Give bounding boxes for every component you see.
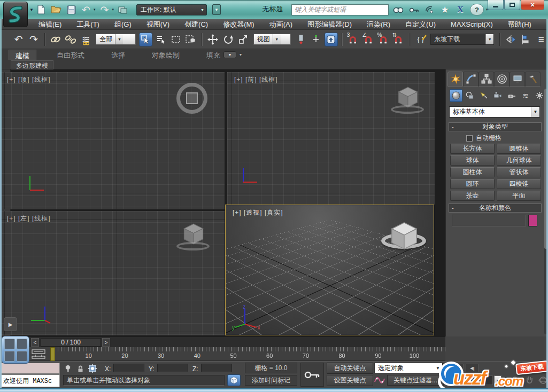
rectangular-selection-region-icon[interactable] xyxy=(169,33,182,46)
spinner-snap-toggle-icon[interactable]: ⇅ xyxy=(392,33,405,46)
toolbar-flyout-button[interactable]: ▼ xyxy=(212,4,221,15)
viewport-left[interactable]: [+] [左] [线框] xyxy=(0,211,225,335)
help-button[interactable]: ? xyxy=(470,4,484,15)
geometry-category-icon[interactable] xyxy=(450,89,462,102)
object-name-input[interactable] xyxy=(452,215,526,226)
motion-tab-icon[interactable] xyxy=(494,72,510,87)
select-and-rotate-icon[interactable] xyxy=(221,33,235,46)
maxscript-mini-listener[interactable]: 欢迎使用 MAXSc xyxy=(1,374,60,387)
select-and-link-icon[interactable] xyxy=(49,33,63,46)
viewport-top[interactable]: [+] [顶] [线框] xyxy=(0,72,225,209)
next-frame-button[interactable]: > xyxy=(102,338,110,347)
angle-snap-toggle-icon[interactable]: ∠ xyxy=(361,33,375,46)
viewport-perspective-active[interactable]: [+] [透视] [真实] z x y xyxy=(225,205,434,335)
ribbon-display-toggle-button[interactable]: ▼ xyxy=(223,51,236,58)
menu-item-1[interactable]: 工具(T) xyxy=(69,19,107,30)
undo-icon[interactable]: ↶ xyxy=(12,33,25,46)
object-type-button-5[interactable]: 管状体 xyxy=(497,167,541,177)
select-by-name-icon[interactable] xyxy=(154,33,167,46)
ribbon-panel-polymodeling[interactable]: 多边形建模 xyxy=(11,60,53,69)
menu-item-6[interactable]: 动画(A) xyxy=(262,19,300,30)
viewport-front[interactable]: [+] [前] [线框] xyxy=(227,72,435,205)
menu-item-2[interactable]: 组(G) xyxy=(107,19,139,30)
select-object-button[interactable] xyxy=(139,33,152,46)
menu-item-5[interactable]: 修改器(M) xyxy=(215,19,262,30)
selection-lock-icon[interactable] xyxy=(75,364,85,373)
key-mode-toggle-icon[interactable] xyxy=(374,375,385,385)
window-crossing-toggle-icon[interactable] xyxy=(184,33,198,46)
exchange-apps-icon[interactable]: X xyxy=(454,4,466,15)
autogrid-checkbox[interactable] xyxy=(466,135,473,142)
set-key-button[interactable]: 设置关键点 xyxy=(327,375,373,386)
redo-icon[interactable]: ↷ xyxy=(99,4,111,15)
percent-snap-toggle-icon[interactable]: % xyxy=(376,33,390,46)
object-type-button-9[interactable]: 平面 xyxy=(497,191,541,201)
redo-icon[interactable]: ↷ xyxy=(27,33,40,46)
object-type-rollout-header[interactable]: - 对象类型 xyxy=(449,122,542,131)
minimize-button[interactable] xyxy=(488,0,504,10)
menu-item-0[interactable]: 编辑(E) xyxy=(31,19,69,30)
y-coordinate-field[interactable] xyxy=(157,364,188,372)
viewport-left-label[interactable]: [+] [左] [线框] xyxy=(7,214,51,223)
add-time-tag[interactable]: 添加时间标记 xyxy=(245,375,297,386)
viewcube[interactable] xyxy=(389,221,420,252)
viewcube-top-view[interactable] xyxy=(176,83,207,114)
application-menu-caret-icon[interactable]: ▼ xyxy=(29,7,34,12)
absolute-offset-toggle-icon[interactable] xyxy=(88,364,97,373)
search-input[interactable] xyxy=(291,4,389,15)
x-coordinate-field[interactable] xyxy=(113,364,144,372)
bind-to-space-warp-icon[interactable]: ≋ xyxy=(79,33,92,46)
snap-toggle-3d-icon[interactable]: 3 xyxy=(346,33,360,46)
previous-frame-button[interactable]: < xyxy=(31,338,39,347)
close-button[interactable]: × xyxy=(521,0,544,10)
menu-item-8[interactable]: 渲染(R) xyxy=(359,19,398,30)
reference-coordinate-dropdown[interactable]: 视图 ▼ xyxy=(253,34,291,45)
viewport-perspective-label[interactable]: [+] [透视] [真实] xyxy=(233,208,283,217)
object-color-swatch[interactable] xyxy=(528,215,537,226)
object-type-button-1[interactable]: 圆锥体 xyxy=(497,144,541,154)
object-type-button-7[interactable]: 四棱锥 xyxy=(497,179,541,189)
favorites-star-icon[interactable]: ★ xyxy=(439,4,451,15)
hierarchy-tab-icon[interactable] xyxy=(478,72,494,87)
viewport-layout-button[interactable] xyxy=(2,336,29,364)
keyboard-shortcut-override-button[interactable] xyxy=(325,33,338,46)
track-bar[interactable]: 0102030405060708090100 xyxy=(0,347,445,361)
mirror-icon[interactable] xyxy=(504,33,518,46)
subscription-key-icon[interactable] xyxy=(408,4,420,15)
object-type-button-2[interactable]: 球体 xyxy=(450,155,495,166)
open-file-icon[interactable] xyxy=(50,4,62,15)
z-coordinate-field[interactable] xyxy=(201,364,232,372)
space-warps-category-icon[interactable]: ≋ xyxy=(519,89,532,102)
primitive-set-dropdown[interactable]: 标准基本体 ▼ xyxy=(449,106,540,117)
viewport-top-label[interactable]: [+] [顶] [线框] xyxy=(7,75,51,84)
object-type-button-4[interactable]: 圆柱体 xyxy=(450,167,495,177)
select-and-move-icon[interactable] xyxy=(206,33,220,46)
ribbon-tab-1[interactable]: 自由形式 xyxy=(50,50,91,60)
notification-bulb-icon[interactable] xyxy=(63,364,73,373)
align-icon[interactable] xyxy=(519,33,532,46)
viewport-front-label[interactable]: [+] [前] [线框] xyxy=(234,75,278,84)
maximize-button[interactable] xyxy=(504,0,520,10)
object-type-button-6[interactable]: 圆环 xyxy=(450,179,495,189)
object-type-button-0[interactable]: 长方体 xyxy=(450,144,495,154)
workspace-dropdown[interactable]: 工作区: 默认 ▼ xyxy=(136,4,207,15)
modify-tab-icon[interactable] xyxy=(463,72,478,87)
create-tab-icon[interactable] xyxy=(447,72,463,87)
time-slider[interactable]: 0 / 100 xyxy=(41,338,101,347)
save-file-icon[interactable] xyxy=(65,4,77,15)
utilities-tab-icon[interactable] xyxy=(525,72,541,87)
lights-category-icon[interactable] xyxy=(477,89,490,102)
select-and-manipulate-icon[interactable] xyxy=(309,33,322,46)
expand-panel-button[interactable]: ▶ xyxy=(4,317,17,331)
menu-item-9[interactable]: 自定义(U) xyxy=(398,19,443,30)
selection-filter-dropdown[interactable]: 全部 ▼ xyxy=(96,34,135,45)
use-pivot-point-center-icon[interactable] xyxy=(294,33,307,46)
display-tab-icon[interactable] xyxy=(510,72,525,87)
ribbon-tab-2[interactable]: 选择 xyxy=(105,50,132,60)
object-type-button-8[interactable]: 茶壶 xyxy=(450,191,495,201)
ribbon-tab-4[interactable]: 填充 xyxy=(200,50,227,60)
object-type-button-3[interactable]: 几何球体 xyxy=(497,155,541,166)
application-menu-button[interactable] xyxy=(3,2,28,27)
project-folder-icon[interactable] xyxy=(117,4,129,15)
communication-center-icon[interactable] xyxy=(423,4,435,15)
